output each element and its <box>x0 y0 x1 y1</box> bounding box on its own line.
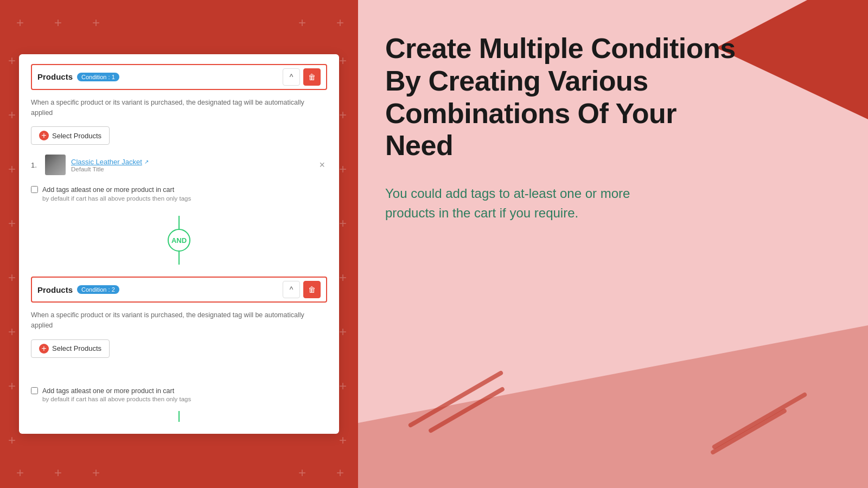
plus-deco: + <box>339 163 347 176</box>
heading-line-4: Need <box>385 130 453 161</box>
deco-red-bottom <box>358 325 868 488</box>
condition-1-title-area: Products Condition : 1 <box>37 72 119 81</box>
condition-1-badge: Condition : 1 <box>77 73 119 81</box>
collapse-condition-1-button[interactable]: ^ <box>283 68 300 86</box>
plus-deco: + <box>92 466 100 479</box>
plus-deco: + <box>339 54 347 67</box>
plus-deco: + <box>339 271 347 284</box>
condition-2-checkbox-area: Add tags atleast one or more product in … <box>31 386 327 403</box>
and-connector: AND <box>19 214 339 267</box>
condition-2-description: When a specific product or its variant i… <box>31 310 327 331</box>
condition-1-checkbox-text: Add tags atleast one or more product in … <box>42 185 191 202</box>
product-thumb-1 <box>45 155 66 175</box>
sub-text: You could add tags to at-least one or mo… <box>385 184 736 223</box>
main-heading: Create Multiple Conditions By Creating V… <box>385 33 736 162</box>
plus-deco: + <box>8 163 16 176</box>
plus-circle-icon: + <box>39 131 49 140</box>
remove-product-1-button[interactable]: × <box>317 159 327 171</box>
condition-2-checkbox-label: Add tags atleast one or more product in … <box>42 386 191 396</box>
bottom-line-area <box>31 411 327 422</box>
plus-deco: + <box>8 217 16 230</box>
plus-deco: + <box>8 380 16 393</box>
condition-1-title: Products <box>37 72 73 81</box>
condition-2-badge: Condition : 2 <box>77 285 119 294</box>
collapse-condition-2-button[interactable]: ^ <box>283 281 300 298</box>
plus-deco: + <box>339 325 347 338</box>
plus-deco: + <box>298 16 306 29</box>
plus-deco: + <box>336 466 344 479</box>
product-name-1[interactable]: Classic Leather Jacket <box>71 158 142 166</box>
condition-2-header: Products Condition : 2 ^ 🗑 <box>31 277 327 303</box>
plus-deco: + <box>8 108 16 121</box>
product-variant-1: Default Title <box>71 166 311 172</box>
condition-2-actions: ^ 🗑 <box>283 281 321 298</box>
external-link-icon-1: ↗ <box>144 159 149 165</box>
spacer <box>31 365 327 381</box>
plus-deco: + <box>8 54 16 67</box>
product-number-1: 1. <box>31 161 40 169</box>
plus-deco: + <box>339 108 347 121</box>
delete-condition-2-button[interactable]: 🗑 <box>303 281 321 298</box>
plus-deco: + <box>8 325 16 338</box>
product-info-1: Classic Leather Jacket ↗ Default Title <box>71 158 311 172</box>
condition-1-header: Products Condition : 1 ^ 🗑 <box>31 64 327 90</box>
condition-block-1: Products Condition : 1 ^ 🗑 When a specif… <box>19 54 339 214</box>
plus-deco: + <box>339 380 347 393</box>
bottom-line <box>178 411 180 422</box>
deco-red-top <box>716 0 868 119</box>
delete-condition-1-button[interactable]: 🗑 <box>303 68 321 86</box>
condition-1-checkbox-sub: by default if cart has all above product… <box>42 195 191 202</box>
select-products-2-label: Select Products <box>52 344 101 352</box>
condition-block-2: Products Condition : 2 ^ 🗑 When a specif… <box>19 267 339 434</box>
plus-deco: + <box>54 466 62 479</box>
plus-deco: + <box>8 271 16 284</box>
right-panel: Create Multiple Conditions By Creating V… <box>358 0 868 488</box>
plus-deco: + <box>16 16 24 29</box>
condition-2-title: Products <box>37 285 73 294</box>
plus-deco: + <box>298 466 306 479</box>
and-line-top <box>178 216 180 229</box>
sub-text-line-2: products in the cart if you require. <box>385 206 578 220</box>
plus-deco: + <box>8 434 16 447</box>
right-content: Create Multiple Conditions By Creating V… <box>385 33 736 223</box>
plus-deco: + <box>16 466 24 479</box>
condition-1-checkbox-area: Add tags atleast one or more product in … <box>31 185 327 202</box>
plus-deco: + <box>336 16 344 29</box>
heading-line-3: Combinations Of Your <box>385 98 676 129</box>
product-item-1: 1. Classic Leather Jacket ↗ Default Titl… <box>31 152 327 177</box>
condition-2-checkbox-sub: by default if cart has all above product… <box>42 396 191 402</box>
heading-line-1: Create Multiple Conditions <box>385 33 736 64</box>
condition-1-actions: ^ 🗑 <box>283 68 321 86</box>
plus-deco: + <box>339 217 347 230</box>
product-thumb-image-1 <box>45 155 66 175</box>
and-label: AND <box>171 236 187 245</box>
condition-1-checkbox-label: Add tags atleast one or more product in … <box>42 185 191 195</box>
plus-deco: + <box>92 16 100 29</box>
and-line-bottom <box>178 252 180 265</box>
condition-2-title-area: Products Condition : 2 <box>37 285 119 294</box>
condition-1-checkbox[interactable] <box>31 186 38 193</box>
card-container: Products Condition : 1 ^ 🗑 When a specif… <box>19 54 339 434</box>
select-products-1-label: Select Products <box>52 132 101 140</box>
left-panel: + + + + + + + + + + + + + + + + + + + + … <box>0 0 358 488</box>
condition-1-description: When a specific product or its variant i… <box>31 98 327 118</box>
sub-text-line-1: You could add tags to at-least one or mo… <box>385 186 630 201</box>
condition-2-checkbox[interactable] <box>31 387 38 394</box>
plus-circle-icon-2: + <box>39 344 49 354</box>
condition-2-checkbox-text: Add tags atleast one or more product in … <box>42 386 191 403</box>
and-circle: AND <box>168 229 190 252</box>
plus-deco: + <box>54 16 62 29</box>
select-products-1-button[interactable]: + Select Products <box>31 126 110 145</box>
plus-deco: + <box>339 434 347 447</box>
heading-line-2: By Creating Various <box>385 65 648 97</box>
select-products-2-button[interactable]: + Select Products <box>31 339 110 358</box>
